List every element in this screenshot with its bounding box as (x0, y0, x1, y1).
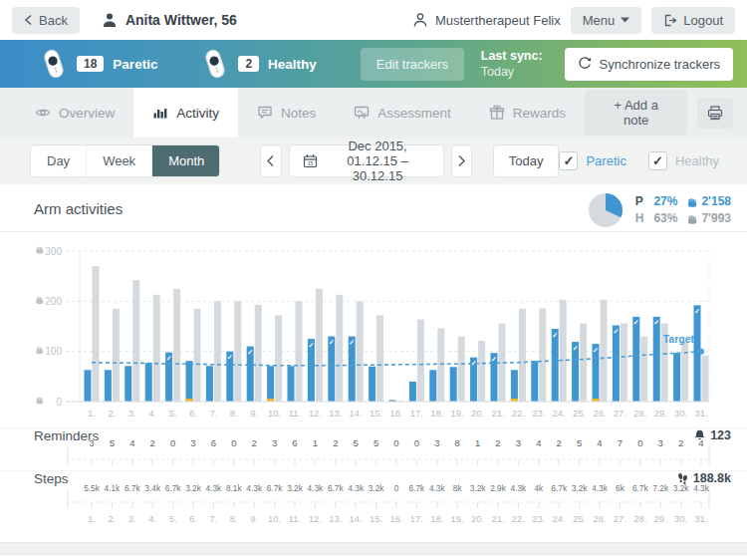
healthy-bar (621, 324, 627, 403)
steps-value: 3.2k (369, 483, 385, 493)
day-tick-label: 3. (128, 408, 136, 419)
day-tick-label: 11. (289, 513, 302, 524)
back-button[interactable]: Back (12, 7, 80, 34)
next-period-button[interactable] (451, 144, 472, 177)
reminder-value: 2 (495, 437, 500, 448)
day-tick-label: 2. (108, 513, 116, 524)
date-range-button[interactable]: 15 Dec 2015, 01.12.15 – 30.12.15 (289, 144, 444, 177)
steps-value: 6k (616, 483, 625, 493)
arm-activities-card: Arm activities P 27% 2'158 H 63% 7'993 3… (0, 184, 747, 543)
reminder-value: 5 (110, 437, 115, 448)
healthy-bar (539, 308, 546, 402)
day-tick-label: 26. (593, 408, 606, 419)
day-tick-label: 28. (633, 408, 646, 419)
print-button[interactable] (697, 98, 733, 129)
segment-week[interactable]: Week (87, 145, 152, 176)
edit-trackers-button[interactable]: Edit trackers (361, 48, 464, 81)
steps-value: 4.3k (308, 483, 325, 493)
steps-value: 4k (534, 483, 544, 493)
tab-rewards[interactable]: Rewards (470, 88, 585, 138)
paretic-bar (673, 353, 680, 402)
paretic-bar (613, 326, 620, 403)
last-sync-label: Last sync: (481, 48, 543, 64)
day-tick-label: 19. (451, 513, 464, 524)
day-tick-label: 29. (654, 513, 667, 524)
healthy-bar (336, 295, 343, 402)
tracker-bar: 18 Paretic 2 Healthy Edit trackers Last … (0, 40, 747, 88)
reminder-value: 2 (678, 437, 683, 448)
paretic-bar (124, 366, 131, 402)
today-button[interactable]: Today (493, 144, 560, 177)
healthy-bar (417, 320, 424, 403)
therapist-info: Mustertherapeut Felix (412, 12, 561, 28)
controls-row: Day Week Month Year 15 Dec 2015, 01.12.1… (0, 138, 747, 184)
steps-value: 4.1k (105, 483, 122, 493)
paretic-tracker-label: Paretic (113, 57, 157, 72)
day-tick-label: 29. (654, 408, 667, 419)
prev-period-button[interactable] (260, 144, 281, 177)
goal-check-icon: ✓ (593, 347, 599, 354)
day-tick-label: 2. (108, 408, 116, 419)
healthy-toggle[interactable]: Healthy (648, 151, 719, 170)
day-tick-label: 6. (189, 513, 197, 524)
day-tick-label: 6. (189, 408, 197, 419)
svg-text:200: 200 (45, 296, 62, 307)
reminder-value: 4 (698, 437, 703, 448)
healthy-toggle-label: Healthy (675, 153, 719, 168)
steps-value: 6.7k (551, 483, 568, 493)
segment-month[interactable]: Month (152, 145, 220, 176)
app-root: Back Anita Wittwer, 56 Mustertherapeut F… (0, 0, 747, 560)
healthy-bar (296, 301, 303, 402)
goal-check-icon: ✓ (308, 342, 314, 349)
paretic-bar (328, 337, 335, 402)
svg-text:300: 300 (45, 246, 62, 257)
healthy-summary-label: H (635, 210, 644, 227)
day-tick-label: 17. (410, 513, 423, 524)
healthy-bar (458, 337, 465, 402)
reminders-axis: 3542036023612550038123425470324 (0, 433, 747, 469)
steps-value: 4.3k (511, 483, 528, 493)
tab-overview[interactable]: Overview (16, 88, 133, 138)
add-note-button[interactable]: + Add a note (585, 90, 687, 136)
healthy-count-badge: 2 (238, 56, 259, 72)
paretic-checkbox[interactable] (559, 151, 578, 170)
day-tick-label: 20. (471, 513, 484, 524)
segment-day[interactable]: Day (31, 145, 87, 176)
steps-value: 2.9k (490, 483, 507, 493)
therapist-name: Mustertherapeut Felix (435, 13, 561, 28)
steps-value: 3.2k (572, 483, 589, 493)
goal-check-icon: ✓ (653, 319, 659, 326)
paretic-count-badge: 18 (77, 56, 104, 72)
steps-value: 6.7k (267, 483, 284, 493)
healthy-bar (194, 309, 201, 402)
healthy-bar (93, 266, 100, 402)
menu-button[interactable]: Menu (571, 7, 642, 34)
tab-label: Activity (176, 106, 219, 121)
steps-value: 3.2k (470, 483, 487, 493)
paretic-toggle[interactable]: Paretic (559, 151, 625, 170)
healthy-bar (681, 341, 688, 402)
printer-icon (707, 106, 723, 121)
reminder-value: 6 (211, 437, 216, 448)
healthy-checkbox[interactable] (648, 151, 667, 170)
day-tick-label: 27. (614, 408, 626, 419)
healthy-bar (702, 356, 709, 402)
steps-axis: 5.5k1.4.1k2.6.7k3.3.4k4.6.7k5.3.2k6.4.3k… (0, 478, 747, 530)
day-tick-label: 28. (633, 513, 646, 524)
paretic-bar (511, 370, 518, 402)
calendar-icon: 15 (303, 153, 318, 168)
synchronize-trackers-button[interactable]: Synchronize trackers (565, 48, 733, 81)
day-tick-label: 10. (268, 513, 281, 524)
tab-activity[interactable]: Activity (133, 88, 238, 138)
tab-notes[interactable]: Notes (238, 88, 335, 138)
card-title: Arm activities (34, 200, 123, 217)
paretic-bar (552, 329, 559, 402)
steps-value: 4.3k (246, 483, 263, 493)
day-tick-label: 31. (694, 408, 707, 419)
patient-info: Anita Wittwer, 56 (102, 12, 237, 28)
tab-assessment[interactable]: Assessment (335, 88, 470, 138)
reminder-value: 2 (557, 437, 562, 448)
day-tick-label: 21. (491, 408, 504, 419)
day-tick-label: 19. (451, 408, 464, 419)
logout-button[interactable]: Logout (651, 7, 735, 34)
